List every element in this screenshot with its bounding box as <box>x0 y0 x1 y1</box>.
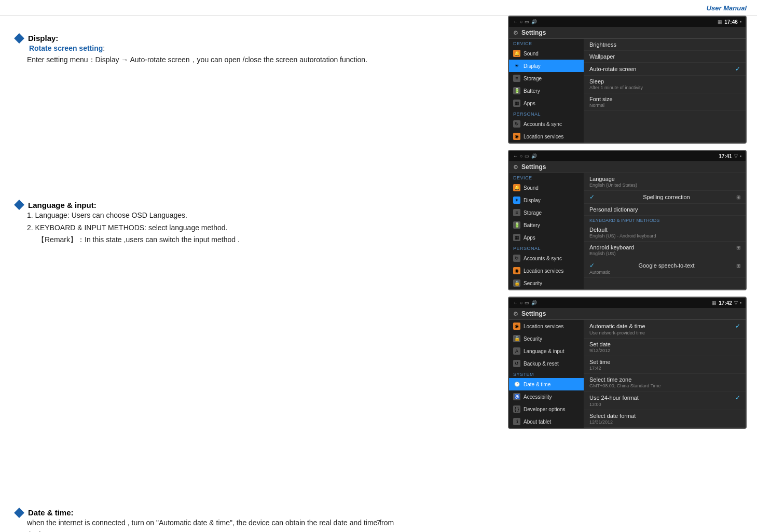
row-default[interactable]: Default English (US) - Android keyboard <box>584 224 746 242</box>
row-timezone[interactable]: Select time zone GMT+08:00, China Standa… <box>584 374 746 391</box>
sound-label-2: Sound <box>524 185 539 191</box>
display-icon-1: ☀ <box>513 62 520 69</box>
auto-datetime-check: ✓ <box>735 323 740 330</box>
menu-display-2[interactable]: ☀ Display <box>509 194 584 206</box>
row-brightness[interactable]: Brightness <box>584 39 746 51</box>
bullet-icon <box>14 33 24 44</box>
set-date-subtitle: 9/13/2012 <box>589 348 740 353</box>
menu-icon: ▭ <box>525 19 529 24</box>
menu-location-3[interactable]: ◉ Location services <box>509 320 584 332</box>
battery-icon-menu-2: 🔋 <box>513 221 520 229</box>
sleep-subtitle: After 1 minute of inactivity <box>589 85 740 90</box>
screenshot-title-1: Settings <box>521 29 546 36</box>
screenshot-body-2: DEVICE 🔔 Sound ☀ Display ≡ Storage 🔋 Bat… <box>509 173 746 289</box>
datetime-label-3: Date & time <box>524 382 550 387</box>
security-icon-2: 🔒 <box>513 279 520 287</box>
battery-label-2: Battery <box>524 222 540 228</box>
menu-apps-1[interactable]: ▦ Apps <box>509 97 584 109</box>
menu-datetime-3[interactable]: 🕐 Date & time <box>509 378 584 390</box>
tablet-icon: ▦ <box>718 19 722 24</box>
google-speech-subtitle: Automatic <box>589 270 740 275</box>
home-icon-3: ○ <box>520 300 522 305</box>
location-label-1: Location services <box>524 134 563 139</box>
screenshots-container: ← ○ ▭ 🔊 ▦ 17:46 ▪ ⚙ Settings DEVICE 🔔 So… <box>508 16 747 429</box>
menu-about-3[interactable]: ℹ About tablet <box>509 415 584 428</box>
google-speech-check: ✓ <box>589 262 595 269</box>
menu-accounts-2[interactable]: ↻ Accounts & sync <box>509 252 584 264</box>
battery-label-1: Battery <box>524 88 540 94</box>
header-title: User Manual <box>707 4 747 12</box>
bullet-icon3 <box>14 508 24 518</box>
display-icon-2: ☀ <box>513 197 520 204</box>
row-date-format[interactable]: Select date format 12/31/2012 <box>584 410 746 428</box>
row-autorotate[interactable]: Auto-rotate screen ✓ <box>584 63 746 76</box>
signal-icon-3: ▽ <box>734 300 738 305</box>
language-item-1: 1. Language: Users can choose OSD Langua… <box>27 209 394 222</box>
menu-accessibility-3[interactable]: ♿ Accessibility <box>509 390 584 403</box>
screenshot-header-2: ⚙ Settings <box>509 161 746 173</box>
row-spelling[interactable]: ✓ Spelling correction ⊞ <box>584 191 746 204</box>
set-time-title: Set time <box>589 359 740 365</box>
menu-security-3[interactable]: 🔒 Security <box>509 332 584 345</box>
left-content: Display: Rotate screen setting: Enter se… <box>16 16 394 532</box>
menu-developer-3[interactable]: { } Developer options <box>509 403 584 415</box>
location-icon-3: ◉ <box>513 323 520 330</box>
screenshot-title-3: Settings <box>521 310 546 317</box>
settings-icon-1: ⚙ <box>513 30 518 36</box>
display-title-text: Display: <box>28 34 58 43</box>
set-date-title: Set date <box>589 341 740 347</box>
row-fontsize[interactable]: Font size Normal <box>584 93 746 111</box>
menu-display-1[interactable]: ☀ Display <box>509 60 584 72</box>
fontsize-title: Font size <box>589 96 740 102</box>
row-android-keyboard[interactable]: Android keyboard ⊞ English (US) <box>584 242 746 259</box>
row-google-speech[interactable]: ✓ Google speech-to-text ⊞ Automatic <box>584 259 746 278</box>
menu-battery-1[interactable]: 🔋 Battery <box>509 85 584 97</box>
menu-sound-2[interactable]: 🔔 Sound <box>509 181 584 194</box>
display-label-2: Display <box>524 198 541 203</box>
apps-label-2: Apps <box>524 235 535 241</box>
personal-label-1: PERSONAL <box>509 109 584 118</box>
apps-label-1: Apps <box>524 101 535 106</box>
storage-icon-1: ≡ <box>513 75 520 82</box>
datetime-text: when the internet is connected , turn on… <box>27 517 394 532</box>
time-display-3: 17:42 <box>719 300 732 306</box>
row-language[interactable]: Language English (United States) <box>584 173 746 191</box>
menu-language-3[interactable]: A Language & input <box>509 345 584 357</box>
accessibility-label-3: Accessibility <box>524 394 552 400</box>
row-set-date[interactable]: Set date 9/13/2012 <box>584 339 746 356</box>
row-24hour[interactable]: Use 24-hour format ✓ 13:00 <box>584 391 746 410</box>
apps-icon-2: ▦ <box>513 234 520 241</box>
row-sleep[interactable]: Sleep After 1 minute of inactivity <box>584 76 746 93</box>
screenshot-datetime: ← ○ ▭ 🔊 ▦ 17:42 ▽ ▪ ⚙ Settings ◉ Locatio… <box>508 297 747 429</box>
menu-storage-2[interactable]: ≡ Storage <box>509 206 584 219</box>
menu-location-1[interactable]: ◉ Location services <box>509 130 584 143</box>
menu-battery-2[interactable]: 🔋 Battery <box>509 219 584 231</box>
row-wallpaper[interactable]: Wallpaper <box>584 51 746 63</box>
row-set-time[interactable]: Set time 17:42 <box>584 356 746 374</box>
vol-icon: 🔊 <box>531 19 537 24</box>
row-personal-dict[interactable]: Personal dictionary <box>584 204 746 216</box>
set-time-subtitle: 17:42 <box>589 366 740 371</box>
menu-accounts-1[interactable]: ↻ Accounts & sync <box>509 118 584 130</box>
row-auto-datetime[interactable]: Automatic date & time ✓ Use network-prov… <box>584 320 746 339</box>
signal-icon-2: ▽ <box>734 153 738 159</box>
auto-datetime-subtitle: Use network-provided time <box>589 330 740 335</box>
menu-security-2[interactable]: 🔒 Security <box>509 277 584 289</box>
screenshot-body-3: ◉ Location services 🔒 Security A Languag… <box>509 320 746 428</box>
language-row-subtitle: English (United States) <box>589 183 740 188</box>
developer-icon-3: { } <box>513 405 520 413</box>
language-title: Language & input: <box>16 201 394 209</box>
menu-backup-3[interactable]: ↺ Backup & reset <box>509 357 584 370</box>
screenshot-header-1: ⚙ Settings <box>509 27 746 39</box>
android-kb-tune: ⊞ <box>736 245 740 250</box>
menu-apps-2[interactable]: ▦ Apps <box>509 231 584 244</box>
settings-icon-2: ⚙ <box>513 164 518 171</box>
language-item-3: 【Remark】：In this state ,users can switch… <box>37 234 394 246</box>
menu-location-2[interactable]: ◉ Location services <box>509 264 584 277</box>
display-section: Display: Rotate screen setting: Enter se… <box>16 34 394 66</box>
menu-sound-1[interactable]: 🔔 Sound <box>509 47 584 60</box>
time-display-2: 17:41 <box>719 153 732 159</box>
timezone-title: Select time zone <box>589 376 740 383</box>
menu-storage-1[interactable]: ≡ Storage <box>509 72 584 85</box>
language-row-title: Language <box>589 176 740 182</box>
